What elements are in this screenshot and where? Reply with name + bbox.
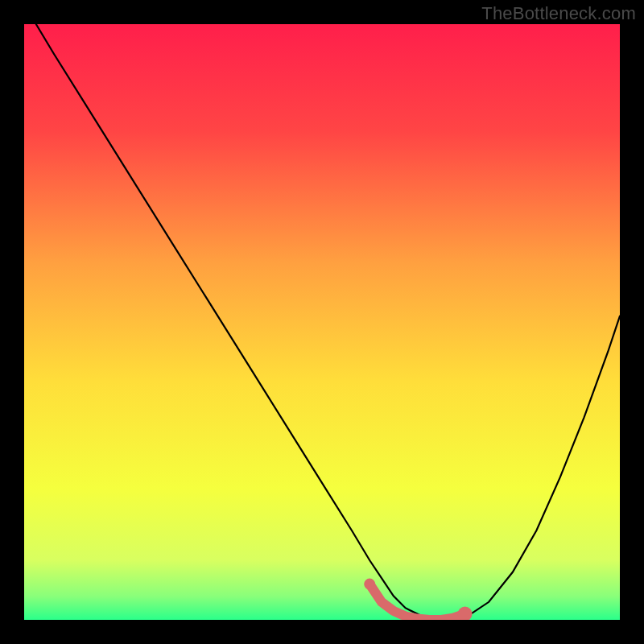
chart-svg xyxy=(24,24,620,620)
chart-container: TheBottleneck.com xyxy=(0,0,644,644)
chart-plot-area xyxy=(24,24,620,620)
watermark-text: TheBottleneck.com xyxy=(481,3,636,24)
highlight-start-dot xyxy=(364,579,375,590)
chart-background xyxy=(24,24,620,620)
